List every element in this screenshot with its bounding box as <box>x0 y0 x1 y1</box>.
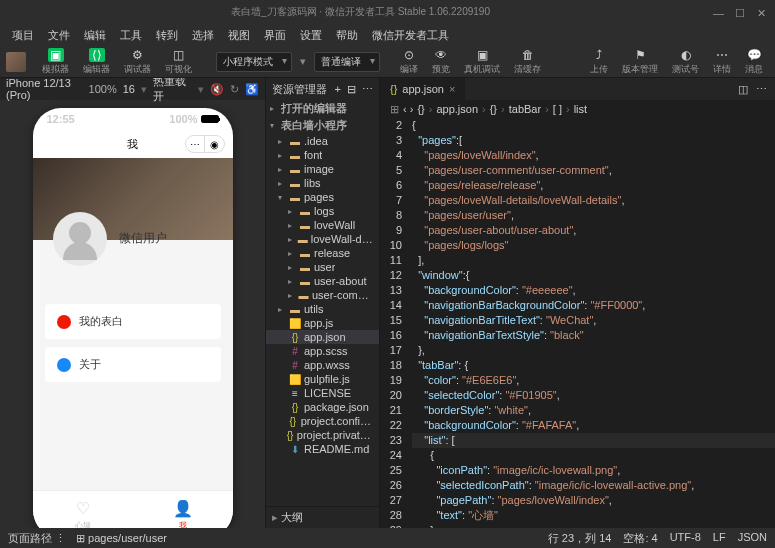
tab-label: app.json <box>402 83 444 95</box>
menu-设置[interactable]: 设置 <box>294 26 328 45</box>
toolbar-详情[interactable]: ⋯详情 <box>707 46 737 78</box>
toolbar-编译[interactable]: ⊙编译 <box>394 46 424 78</box>
tree-item-pages[interactable]: ▾▬pages <box>266 190 379 204</box>
menu-帮助[interactable]: 帮助 <box>330 26 364 45</box>
tree-item-loveWall[interactable]: ▸▬loveWall <box>266 218 379 232</box>
more-icon[interactable]: ⋯ <box>362 83 373 96</box>
mode-dropdown[interactable]: 小程序模式 <box>216 52 292 72</box>
tree-item-libs[interactable]: ▸▬libs <box>266 176 379 190</box>
menu-文件[interactable]: 文件 <box>42 26 76 45</box>
breadcrumb[interactable]: ⊞‹ › {}›app.json›{}›tabBar›[ ]›list <box>380 100 775 118</box>
tree-item-logs[interactable]: ▸▬logs <box>266 204 379 218</box>
tree-section[interactable]: ▾表白墙小程序 <box>266 117 379 134</box>
capsule-menu-icon[interactable]: ⋯ <box>185 135 205 153</box>
menu-视图[interactable]: 视图 <box>222 26 256 45</box>
menu-界面[interactable]: 界面 <box>258 26 292 45</box>
tree-item-.idea[interactable]: ▸▬.idea <box>266 134 379 148</box>
toolbar-消息[interactable]: 💬消息 <box>739 46 769 78</box>
tree-item-loveWall-details[interactable]: ▸▬loveWall-details <box>266 232 379 246</box>
tree-item-image[interactable]: ▸▬image <box>266 162 379 176</box>
toolbar-调试器[interactable]: ⚙调试器 <box>118 46 157 78</box>
user-avatar[interactable] <box>6 52 26 72</box>
phone-time: 12:55 <box>47 113 75 125</box>
toolbar-编辑器[interactable]: ⟨⟩编辑器 <box>77 46 116 78</box>
more-icon[interactable]: ♿ <box>245 83 259 96</box>
font-size[interactable]: 16 <box>123 83 135 95</box>
collapse-icon[interactable]: ⊟ <box>347 83 356 96</box>
outline-section[interactable]: ▸ 大纲 <box>266 506 379 528</box>
toolbar: ▣模拟器⟨⟩编辑器⚙调试器◫可视化 小程序模式 ▾ 普通编译 ⊙编译👁预览▣真机… <box>0 46 775 78</box>
simulator-panel: iPhone 12/13 (Pro) 100% 16 ▾ 热重载 开 ▾ 🔇 ↻… <box>0 78 265 528</box>
menu-工具[interactable]: 工具 <box>114 26 148 45</box>
tab-close-icon[interactable]: × <box>449 83 455 95</box>
bullet-icon <box>57 315 71 329</box>
tree-item-user[interactable]: ▸▬user <box>266 260 379 274</box>
statusbar: 页面路径 ⋮ ⊞ pages/user/user 行 23，列 14空格: 4U… <box>0 528 775 548</box>
phone-statusbar: 12:55 100% <box>33 108 233 130</box>
tree-item-font[interactable]: ▸▬font <box>266 148 379 162</box>
toolbar-上传[interactable]: ⤴上传 <box>584 46 614 78</box>
phone-navbar: 我 ⋯ ◉ <box>33 130 233 158</box>
menu-项目[interactable]: 项目 <box>6 26 40 45</box>
window-controls: — ☐ ✕ <box>713 7 767 17</box>
toolbar-版本管理[interactable]: ⚑版本管理 <box>616 46 664 78</box>
tree-item-project.config.json[interactable]: {}project.config.json <box>266 414 379 428</box>
menu-编辑[interactable]: 编辑 <box>78 26 112 45</box>
editor-tab-appjson[interactable]: {} app.json × <box>380 78 466 100</box>
toolbar-清缓存[interactable]: 🗑清缓存 <box>508 46 547 78</box>
close-icon[interactable]: ✕ <box>757 7 767 17</box>
zoom-selector[interactable]: 100% <box>89 83 117 95</box>
status-path-label[interactable]: 页面路径 ⋮ <box>8 531 66 546</box>
maximize-icon[interactable]: ☐ <box>735 7 745 17</box>
compile-dropdown[interactable]: 普通编译 <box>314 52 380 72</box>
status-item[interactable]: JSON <box>738 531 767 546</box>
toolbar-模拟器[interactable]: ▣模拟器 <box>36 46 75 78</box>
toolbar-预览[interactable]: 👁预览 <box>426 46 456 78</box>
tree-item-utils[interactable]: ▸▬utils <box>266 302 379 316</box>
status-item[interactable]: 空格: 4 <box>623 531 657 546</box>
tree-item-project.private.config.js...[interactable]: {}project.private.config.js... <box>266 428 379 442</box>
toolbar-真机调试[interactable]: ▣真机调试 <box>458 46 506 78</box>
user-avatar-large[interactable] <box>53 212 107 266</box>
split-icon[interactable]: ◫ <box>738 83 748 96</box>
status-path[interactable]: ⊞ pages/user/user <box>76 532 167 545</box>
tree-item-app.wxss[interactable]: #app.wxss <box>266 358 379 372</box>
list-item[interactable]: 关于 <box>45 347 221 382</box>
phone-tab-我[interactable]: 👤我 <box>133 491 233 528</box>
titlebar: 表白墙_刀客源码网 · 微信开发者工具 Stable 1.06.2209190 … <box>0 0 775 24</box>
status-item[interactable]: 行 23，列 14 <box>548 531 612 546</box>
tree-item-app.scss[interactable]: #app.scss <box>266 344 379 358</box>
toolbar-测试号[interactable]: ◐测试号 <box>666 46 705 78</box>
tree-item-app.json[interactable]: {}app.json <box>266 330 379 344</box>
rotate-icon[interactable]: ↻ <box>230 83 239 96</box>
tree-item-user-about[interactable]: ▸▬user-about <box>266 274 379 288</box>
list-item[interactable]: 我的表白 <box>45 304 221 339</box>
bullet-icon <box>57 358 71 372</box>
new-file-icon[interactable]: + <box>335 83 341 96</box>
tree-item-gulpfile.js[interactable]: 🟨gulpfile.js <box>266 372 379 386</box>
code-area[interactable]: 2345678910111213141516171819202122232425… <box>380 118 775 528</box>
tree-item-release[interactable]: ▸▬release <box>266 246 379 260</box>
status-item[interactable]: LF <box>713 531 726 546</box>
toolbar-可视化[interactable]: ◫可视化 <box>159 46 198 78</box>
capsule-close-icon[interactable]: ◉ <box>205 135 225 153</box>
device-selector[interactable]: iPhone 12/13 (Pro) <box>6 78 83 101</box>
tree-item-app.js[interactable]: 🟨app.js <box>266 316 379 330</box>
more-icon[interactable]: ⋯ <box>756 83 767 96</box>
mute-icon[interactable]: 🔇 <box>210 83 224 96</box>
tree-item-package.json[interactable]: {}package.json <box>266 400 379 414</box>
minimize-icon[interactable]: — <box>713 7 723 17</box>
menu-微信开发者工具[interactable]: 微信开发者工具 <box>366 26 455 45</box>
tree-item-README.md[interactable]: ⬇README.md <box>266 442 379 456</box>
username-label: 微信用户 <box>119 230 167 247</box>
simulator-topbar: iPhone 12/13 (Pro) 100% 16 ▾ 热重载 开 ▾ 🔇 ↻… <box>0 78 265 100</box>
status-item[interactable]: UTF-8 <box>670 531 701 546</box>
menu-转到[interactable]: 转到 <box>150 26 184 45</box>
phone-tab-心墙[interactable]: ♡心墙 <box>33 491 133 528</box>
battery-icon <box>201 115 219 123</box>
menu-选择[interactable]: 选择 <box>186 26 220 45</box>
tree-item-LICENSE[interactable]: ≡LICENSE <box>266 386 379 400</box>
tree-section[interactable]: ▸打开的编辑器 <box>266 100 379 117</box>
window-title: 表白墙_刀客源码网 · 微信开发者工具 Stable 1.06.2209190 <box>231 5 490 19</box>
tree-item-user-comment[interactable]: ▸▬user-comment <box>266 288 379 302</box>
